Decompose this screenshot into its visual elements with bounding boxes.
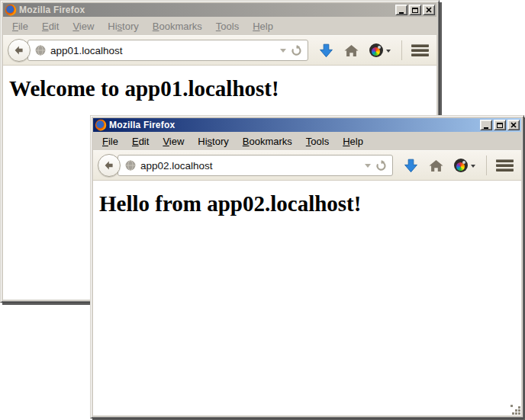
maximize-button[interactable] bbox=[494, 120, 506, 130]
menu-history[interactable]: History bbox=[191, 134, 235, 149]
reload-button[interactable] bbox=[375, 160, 387, 172]
reload-button[interactable] bbox=[291, 45, 302, 56]
resize-grip[interactable] bbox=[512, 406, 523, 417]
menu-edit[interactable]: Edit bbox=[35, 19, 66, 34]
home-button[interactable] bbox=[344, 44, 359, 57]
back-button[interactable] bbox=[8, 39, 31, 62]
page-heading: Welcome to app01.localhost! bbox=[9, 76, 430, 101]
close-button[interactable] bbox=[507, 120, 520, 130]
maximize-icon bbox=[497, 123, 503, 128]
close-button[interactable] bbox=[423, 5, 435, 15]
maximize-icon bbox=[412, 8, 418, 13]
window-title: Mozilla Firefox bbox=[107, 120, 480, 130]
download-arrow-icon bbox=[319, 43, 333, 59]
menu-history[interactable]: History bbox=[101, 19, 145, 34]
site-identity-globe-icon[interactable] bbox=[35, 45, 46, 56]
minimize-icon bbox=[399, 12, 404, 14]
site-identity-globe-icon[interactable] bbox=[125, 160, 136, 171]
menu-button[interactable] bbox=[496, 159, 514, 172]
addon-color-wheel-icon bbox=[454, 159, 468, 172]
page-heading: Hello from app02.localhost! bbox=[99, 191, 515, 216]
back-button[interactable] bbox=[98, 154, 121, 177]
menu-bookmarks[interactable]: Bookmarks bbox=[146, 19, 209, 34]
menu-tools[interactable]: Tools bbox=[209, 19, 246, 34]
firefox-window-app02: Mozilla Firefox File Edit View History B… bbox=[90, 115, 524, 418]
url-input[interactable] bbox=[140, 160, 360, 172]
url-bar[interactable] bbox=[27, 40, 308, 61]
reload-icon bbox=[375, 160, 387, 172]
menu-bar: File Edit View History Bookmarks Tools H… bbox=[93, 133, 521, 150]
back-arrow-icon bbox=[13, 44, 25, 56]
firefox-logo-icon bbox=[95, 119, 107, 131]
navigation-toolbar bbox=[93, 150, 521, 181]
reload-icon bbox=[291, 45, 302, 56]
menu-tools[interactable]: Tools bbox=[299, 134, 336, 149]
window-controls bbox=[395, 5, 435, 15]
home-icon bbox=[344, 44, 359, 57]
window-title: Mozilla Firefox bbox=[17, 5, 395, 15]
window-controls bbox=[480, 120, 520, 130]
toolbar-separator bbox=[486, 155, 487, 175]
menu-bookmarks[interactable]: Bookmarks bbox=[236, 134, 299, 149]
hamburger-icon bbox=[496, 159, 514, 162]
url-input[interactable] bbox=[50, 45, 275, 56]
maximize-button[interactable] bbox=[409, 5, 421, 15]
download-button[interactable] bbox=[404, 158, 418, 174]
toolbar-separator bbox=[401, 40, 402, 60]
firefox-logo-icon bbox=[5, 4, 17, 16]
menu-view[interactable]: View bbox=[66, 19, 101, 34]
menu-help[interactable]: Help bbox=[336, 134, 370, 149]
download-arrow-icon bbox=[404, 158, 418, 174]
minimize-icon bbox=[484, 127, 488, 129]
close-icon bbox=[511, 122, 517, 128]
menu-help[interactable]: Help bbox=[246, 19, 280, 34]
addon-button[interactable] bbox=[369, 43, 391, 57]
navigation-toolbar bbox=[3, 35, 436, 66]
home-icon bbox=[429, 159, 443, 172]
page-content: Hello from app02.localhost! bbox=[93, 181, 521, 415]
addon-color-wheel-icon bbox=[369, 43, 383, 57]
titlebar[interactable]: Mozilla Firefox bbox=[3, 3, 436, 17]
menu-edit[interactable]: Edit bbox=[125, 134, 156, 149]
titlebar[interactable]: Mozilla Firefox bbox=[93, 118, 521, 132]
home-button[interactable] bbox=[429, 159, 443, 172]
menu-button[interactable] bbox=[411, 44, 429, 56]
menu-file[interactable]: File bbox=[95, 134, 125, 149]
chevron-down-icon bbox=[386, 50, 391, 55]
back-arrow-icon bbox=[103, 159, 115, 172]
close-icon bbox=[426, 7, 432, 13]
menu-bar: File Edit View History Bookmarks Tools H… bbox=[3, 18, 436, 35]
addon-button[interactable] bbox=[454, 159, 475, 172]
chevron-down-icon bbox=[471, 165, 475, 170]
urlbar-dropdown-icon[interactable] bbox=[280, 49, 286, 56]
url-bar[interactable] bbox=[118, 155, 393, 176]
menu-file[interactable]: File bbox=[5, 19, 35, 34]
download-button[interactable] bbox=[319, 43, 333, 59]
hamburger-icon bbox=[411, 44, 429, 47]
menu-view[interactable]: View bbox=[156, 134, 191, 149]
minimize-button[interactable] bbox=[395, 5, 407, 15]
urlbar-dropdown-icon[interactable] bbox=[365, 164, 371, 171]
minimize-button[interactable] bbox=[480, 120, 492, 130]
